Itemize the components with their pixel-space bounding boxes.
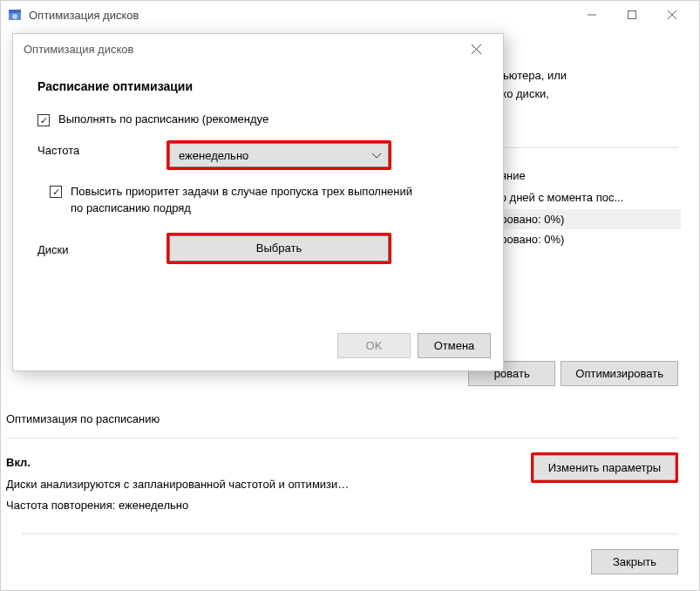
choose-disks-label: Выбрать (256, 241, 302, 255)
priority-label: Повысить приоритет задачи в случае пропу… (71, 184, 419, 217)
schedule-dialog: Оптимизация дисков Расписание оптимизаци… (12, 33, 504, 371)
ok-button[interactable]: OK (337, 333, 411, 358)
highlight-frequency: еженедельно (167, 140, 391, 170)
titlebar: Оптимизация дисков (1, 1, 699, 29)
svg-rect-4 (629, 11, 636, 19)
frequency-value: еженедельно (179, 149, 248, 162)
dialog-close-button[interactable] (459, 37, 493, 61)
minimize-button[interactable] (572, 2, 612, 28)
close-button[interactable] (652, 2, 692, 28)
run-on-schedule-label: Выполнять по расписанию (рекомендуе (58, 112, 268, 126)
run-on-schedule-checkbox[interactable] (37, 114, 50, 126)
svg-point-2 (12, 14, 17, 19)
frequency-label: Частота (37, 140, 167, 157)
disks-label: Диски (37, 240, 167, 256)
dialog-heading: Расписание оптимизации (37, 79, 482, 93)
schedule-line-2: Частота повторения: еженедельно (6, 495, 349, 517)
close-window-button[interactable]: Закрыть (591, 549, 678, 574)
drives-table: тояние тво дней с момента пос... тирован… (489, 164, 681, 249)
highlight-change-settings: Изменить параметры (531, 452, 678, 483)
dialog-title: Оптимизация дисков (24, 43, 133, 56)
column-days: тво дней с момента пос... (489, 186, 681, 209)
optimize-button[interactable]: Оптимизировать (561, 361, 678, 386)
highlight-choose: Выбрать (167, 233, 391, 264)
schedule-info: Вкл. Диски анализируются с запланированн… (6, 452, 349, 517)
priority-checkbox[interactable] (50, 186, 62, 198)
table-row[interactable]: тировано: 0%) (489, 209, 681, 229)
dialog-footer: OK Отмена (13, 324, 503, 370)
schedule-section-title: Оптимизация по расписанию (6, 412, 678, 425)
schedule-enabled: Вкл. (6, 452, 349, 474)
svg-rect-1 (9, 10, 21, 13)
frequency-select[interactable]: еженедельно (169, 143, 389, 167)
chevron-down-icon (372, 151, 381, 160)
choose-disks-button[interactable]: Выбрать (169, 235, 389, 262)
change-settings-button[interactable]: Изменить параметры (533, 455, 676, 480)
schedule-line-1: Диски анализируются с запланированной ча… (6, 474, 349, 496)
app-icon (8, 8, 22, 22)
maximize-button[interactable] (612, 2, 652, 28)
window-title: Оптимизация дисков (29, 9, 572, 22)
cancel-button[interactable]: Отмена (418, 333, 491, 358)
table-row[interactable]: тировано: 0%) (489, 229, 681, 249)
dialog-titlebar: Оптимизация дисков (13, 34, 503, 64)
column-state: тояние (489, 164, 681, 187)
